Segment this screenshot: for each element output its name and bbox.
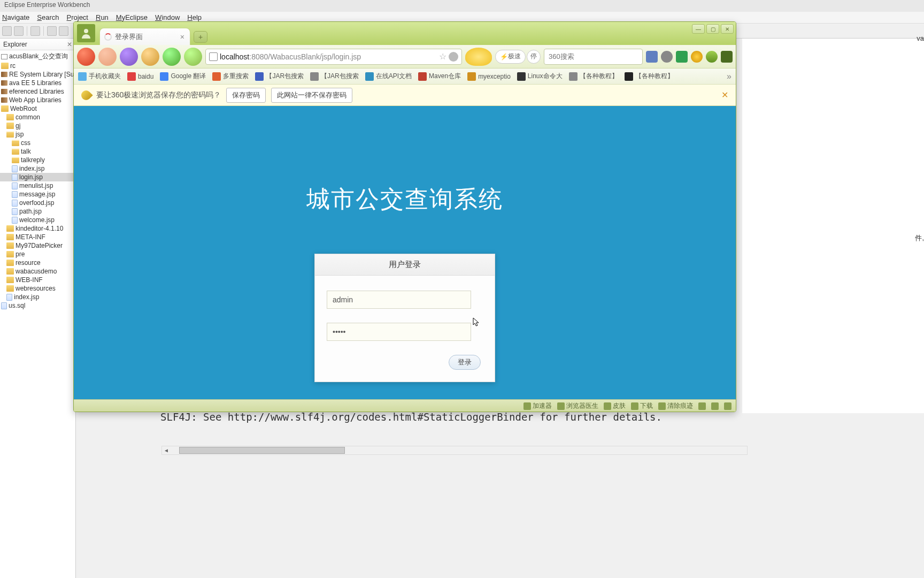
save-password-button[interactable]: 保存密码 xyxy=(226,88,266,103)
menu-project[interactable]: Project xyxy=(67,13,88,21)
bookmark-item[interactable]: Google 翻译 xyxy=(160,72,206,81)
menu-window[interactable]: Window xyxy=(155,13,180,21)
bookmark-item[interactable]: Maven仓库 xyxy=(418,72,461,81)
zoom-icon[interactable] xyxy=(724,402,732,410)
status-item[interactable]: 下载 xyxy=(631,401,653,410)
tree-item[interactable]: webresources xyxy=(0,284,75,293)
tree-item[interactable]: WEB-INF xyxy=(0,276,75,284)
forward-icon[interactable] xyxy=(98,48,117,66)
new-tab-button[interactable]: + xyxy=(194,31,207,43)
search-input[interactable] xyxy=(549,52,638,60)
menu-search[interactable]: Search xyxy=(37,13,59,21)
bookmark-item[interactable]: 多重搜索 xyxy=(212,72,249,81)
bookmark-item[interactable]: myexceptio xyxy=(467,72,511,81)
bookmark-item[interactable]: 【各种教程】 xyxy=(625,72,674,81)
tree-item[interactable]: login.jsp xyxy=(0,173,75,181)
maximize-button[interactable]: ▢ xyxy=(706,24,719,34)
extension-icon[interactable] xyxy=(691,51,703,63)
tree-item[interactable]: index.jsp xyxy=(0,293,75,301)
bookmarks-more-icon[interactable]: » xyxy=(727,72,732,81)
tree-item[interactable]: META-INF xyxy=(0,233,75,241)
tree-item[interactable]: us.sql xyxy=(0,301,75,310)
tree-item[interactable]: RE System Library [Sun JD xyxy=(0,70,75,79)
extension-icon[interactable] xyxy=(706,51,718,63)
tree-item[interactable]: welcome.jsp xyxy=(0,216,75,224)
bookmark-item[interactable]: 【JAR包搜索 xyxy=(310,72,359,81)
refresh-icon[interactable] xyxy=(120,48,138,66)
favorites-icon[interactable] xyxy=(184,48,202,66)
username-input[interactable] xyxy=(327,291,471,309)
fullscreen-icon[interactable] xyxy=(711,402,719,410)
prompt-close-icon[interactable]: ✕ xyxy=(721,90,728,100)
tree-item[interactable]: overfood.jsp xyxy=(0,199,75,207)
tree-item[interactable]: rc xyxy=(0,62,75,70)
volume-icon[interactable] xyxy=(698,402,706,410)
tree-item[interactable]: path.jsp xyxy=(0,207,75,216)
tree-item[interactable]: acusBlank_公交查询 xyxy=(0,51,75,62)
toolbar-icon[interactable] xyxy=(2,26,12,36)
status-item[interactable]: 清除痕迹 xyxy=(658,401,693,410)
close-button[interactable]: ✕ xyxy=(721,24,734,34)
tab-close-icon[interactable]: × xyxy=(180,33,184,41)
tree-item[interactable]: My97DatePicker xyxy=(0,241,75,250)
menu-run[interactable]: Run xyxy=(96,13,109,21)
minimize-button[interactable]: — xyxy=(692,24,705,34)
tree-item[interactable]: talkreply xyxy=(0,156,75,164)
toolbar-icon[interactable] xyxy=(47,26,57,36)
tree-item[interactable]: index.jsp xyxy=(0,164,75,173)
tree-item[interactable]: resource xyxy=(0,258,75,267)
toolbar-icon[interactable] xyxy=(30,26,40,36)
tree-item[interactable]: gj xyxy=(0,121,75,130)
bookmark-item[interactable]: 手机收藏夹 xyxy=(78,72,121,81)
password-input[interactable] xyxy=(327,323,471,341)
status-item[interactable]: 浏览器医生 xyxy=(557,401,598,410)
tree-item[interactable]: wabacusdemo xyxy=(0,267,75,276)
tree-item[interactable]: kindeditor-4.1.10 xyxy=(0,224,75,233)
menu-navigate[interactable]: Navigate xyxy=(2,13,29,21)
tree-item[interactable]: talk xyxy=(0,147,75,156)
banana-icon[interactable] xyxy=(465,48,492,66)
bookmark-item[interactable]: 【JAR包搜索 xyxy=(255,72,304,81)
bookmark-item[interactable]: Linux命令大 xyxy=(517,72,563,81)
tree-item[interactable]: pre xyxy=(0,250,75,258)
tree-item[interactable]: WebRoot xyxy=(0,104,75,113)
tree-item[interactable]: common xyxy=(0,113,75,121)
tree-item[interactable]: message.jsp xyxy=(0,190,75,199)
speed-mode-button[interactable]: ⚡极速 xyxy=(495,50,526,64)
back-icon[interactable] xyxy=(77,48,95,66)
user-avatar-icon[interactable] xyxy=(77,24,95,42)
tree-item[interactable]: ava EE 5 Libraries xyxy=(0,79,75,87)
tree-item[interactable]: eferenced Libraries xyxy=(0,87,75,96)
tree-item[interactable]: jsp xyxy=(0,130,75,139)
scroll-thumb[interactable] xyxy=(179,447,345,454)
close-icon[interactable]: ✕ xyxy=(67,41,72,48)
extension-icon[interactable] xyxy=(661,51,673,63)
url-text[interactable]: localhost:8080/WabacusBlank/jsp/login.js… xyxy=(220,52,437,61)
menu-help[interactable]: Help xyxy=(187,13,202,21)
menu-icon[interactable] xyxy=(721,51,733,63)
home-icon[interactable] xyxy=(141,48,159,66)
toolbar-icon[interactable] xyxy=(14,26,24,36)
status-item[interactable]: 皮肤 xyxy=(604,401,626,410)
tree-item[interactable]: Web App Libraries xyxy=(0,96,75,104)
url-dropdown-icon[interactable] xyxy=(449,52,458,62)
menu-myeclipse[interactable]: MyEclipse xyxy=(116,13,148,21)
bookmark-star-icon[interactable]: ☆ xyxy=(439,51,446,62)
bookmark-item[interactable]: 【各种教程】 xyxy=(569,72,618,81)
bookmark-item[interactable]: baidu xyxy=(127,72,153,81)
login-button[interactable]: 登录 xyxy=(449,355,481,370)
restore-icon[interactable] xyxy=(163,48,181,66)
address-bar[interactable]: localhost:8080/WabacusBlank/jsp/login.js… xyxy=(205,49,462,65)
never-save-button[interactable]: 此网站一律不保存密码 xyxy=(271,88,352,103)
bookmark-item[interactable]: 在线API文档 xyxy=(365,72,412,81)
extension-icon[interactable] xyxy=(646,51,658,63)
toolbar-icon[interactable] xyxy=(59,26,68,36)
tree-item[interactable]: css xyxy=(0,139,75,147)
scroll-left-icon[interactable]: ◄ xyxy=(162,446,171,454)
browser-tab[interactable]: 登录界面 × xyxy=(99,28,190,45)
adblock-icon[interactable] xyxy=(676,51,688,63)
tree-item[interactable]: menulist.jsp xyxy=(0,181,75,190)
status-item[interactable]: 加速器 xyxy=(523,401,552,410)
stop-button[interactable]: 停 xyxy=(527,50,541,64)
horizontal-scrollbar[interactable]: ◄ xyxy=(161,446,748,455)
